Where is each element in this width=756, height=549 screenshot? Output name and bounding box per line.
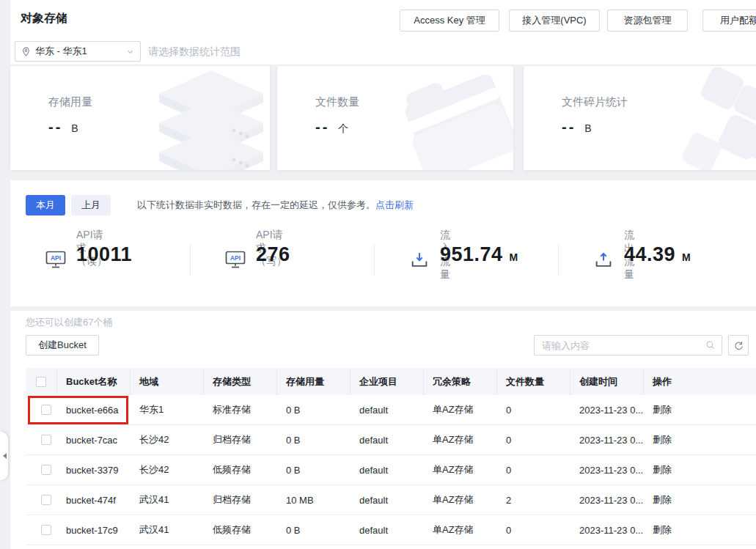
- row-checkbox[interactable]: [41, 525, 51, 535]
- bucket-created-time: 2023-11-23 0...: [570, 465, 644, 476]
- bucket-table: Bucket名称 地域 存储类型 存储用量 企业项目 冗余策略 文件数量 创建时…: [26, 368, 756, 545]
- bucket-usage: 0 B: [277, 405, 351, 416]
- row-checkbox[interactable]: [41, 435, 51, 445]
- bucket-redundancy: 单AZ存储: [424, 433, 497, 446]
- card-label: 存储用量: [48, 95, 92, 109]
- bucket-storage-type: 归档存储: [204, 493, 277, 506]
- page-title: 对象存储: [21, 11, 67, 26]
- bucket-storage-type: 低频存储: [204, 523, 277, 537]
- bucket-region: 华东1: [131, 403, 204, 416]
- svg-text:API: API: [51, 254, 61, 262]
- file-count-card: 文件数量 -- 个: [277, 66, 513, 170]
- table-row: bucket-474f 武汉41 归档存储 10 MB default 单AZ存…: [26, 485, 756, 515]
- sidebar-collapse-handle[interactable]: [0, 432, 8, 480]
- bucket-file-count: 0: [497, 435, 570, 446]
- search-input[interactable]: [534, 335, 722, 355]
- bucket-created-time: 2023-11-23 0...: [570, 495, 644, 506]
- delete-link[interactable]: 删除: [644, 523, 756, 537]
- metric-unit: M: [510, 251, 518, 263]
- col-actions: 操作: [644, 368, 756, 395]
- tab-last-month[interactable]: 上月: [71, 195, 111, 215]
- create-bucket-button[interactable]: 创建Bucket: [26, 335, 99, 355]
- bucket-region: 武汉41: [131, 493, 204, 506]
- col-file-count: 文件数量: [497, 368, 570, 395]
- file-fragment-card: 文件碎片统计 -- B: [524, 66, 756, 170]
- upload-icon: [593, 251, 612, 269]
- region-select-value: 华东 - 华东1: [35, 45, 126, 58]
- bucket-project: default: [351, 435, 424, 446]
- bucket-name-link[interactable]: bucket-3379: [57, 465, 131, 476]
- bucket-storage-type: 低频存储: [204, 463, 277, 476]
- storage-usage-card: 存储用量 -- B: [10, 66, 270, 170]
- location-pin-icon: [21, 47, 31, 56]
- bucket-name-link[interactable]: bucket-e66a: [57, 405, 131, 416]
- bucket-usage: 0 B: [277, 435, 351, 446]
- col-bucket-name: Bucket名称: [57, 368, 131, 395]
- bucket-redundancy: 单AZ存储: [424, 493, 497, 506]
- table-header-row: Bucket名称 地域 存储类型 存储用量 企业项目 冗余策略 文件数量 创建时…: [26, 368, 756, 395]
- bucket-list-panel: 您还可以创建67个桶 创建Bucket Bucket名称 地域 存储类型 存储用…: [10, 311, 756, 549]
- metric-value: 276: [256, 243, 290, 266]
- region-select[interactable]: 华东 - 华东1: [15, 41, 141, 62]
- bucket-storage-type: 归档存储: [204, 433, 277, 446]
- card-unit: B: [584, 122, 591, 134]
- table-row: bucket-17c9 武汉41 低频存储 0 B default 单AZ存储 …: [26, 515, 756, 545]
- delete-link[interactable]: 删除: [644, 463, 756, 476]
- metric-divider: [558, 245, 559, 276]
- bucket-name-link[interactable]: bucket-7cac: [57, 435, 131, 446]
- refresh-button[interactable]: [728, 335, 749, 355]
- card-value: --: [315, 119, 329, 136]
- table-row: bucket-3379 长沙42 低频存储 0 B default 单AZ存储 …: [26, 455, 756, 485]
- card-label: 文件数量: [315, 95, 359, 109]
- col-redundancy: 冗余策略: [424, 368, 497, 395]
- bucket-project: default: [351, 405, 424, 416]
- bucket-project: default: [351, 465, 424, 476]
- bucket-project: default: [351, 525, 424, 536]
- card-value: --: [48, 119, 62, 136]
- bucket-quota-hint: 您还可以创建67个桶: [26, 316, 112, 329]
- row-checkbox[interactable]: [41, 465, 51, 475]
- server-stack-illustration: [147, 66, 270, 170]
- bucket-name-link[interactable]: bucket-17c9: [57, 525, 131, 536]
- user-quota-button[interactable]: 用户配额: [702, 10, 756, 32]
- fragments-illustration: [643, 66, 756, 170]
- delete-link[interactable]: 删除: [644, 403, 756, 416]
- col-created-time: 创建时间: [570, 368, 644, 395]
- col-storage-type: 存储类型: [204, 368, 277, 395]
- tab-current-month[interactable]: 本月: [26, 195, 65, 215]
- svg-text:API: API: [230, 254, 241, 262]
- delete-link[interactable]: 删除: [644, 493, 756, 506]
- row-checkbox[interactable]: [41, 495, 51, 505]
- bucket-created-time: 2023-11-23 0...: [570, 525, 644, 536]
- metric-divider: [374, 245, 375, 276]
- api-monitor-icon: API: [225, 251, 246, 269]
- card-label: 文件碎片统计: [562, 95, 628, 109]
- bucket-usage: 0 B: [277, 465, 351, 476]
- table-row: bucket-e66a 华东1 标准存储 0 B default 单AZ存储 0…: [26, 395, 756, 425]
- bucket-redundancy: 单AZ存储: [424, 463, 497, 476]
- bucket-region: 武汉41: [131, 523, 204, 537]
- resource-pack-manage-button[interactable]: 资源包管理: [607, 10, 688, 32]
- bucket-created-time: 2023-11-23 0...: [570, 435, 644, 446]
- table-row: bucket-7cac 长沙42 归档存储 0 B default 单AZ存储 …: [26, 425, 756, 455]
- row-checkbox[interactable]: [41, 405, 51, 415]
- chevron-down-icon: [126, 48, 134, 56]
- bucket-name-link[interactable]: bucket-474f: [57, 495, 131, 506]
- bucket-region: 长沙42: [131, 433, 204, 446]
- refresh-now-link[interactable]: 点击刷新: [375, 199, 414, 210]
- metric-value: 10011: [76, 243, 132, 266]
- access-key-manage-button[interactable]: Access Key 管理: [400, 10, 499, 32]
- bucket-file-count: 2: [497, 495, 570, 506]
- region-hint-text: 请选择数据统计范围: [148, 45, 241, 59]
- api-monitor-icon: API: [45, 251, 66, 269]
- bucket-usage: 0 B: [277, 525, 351, 536]
- select-all-checkbox[interactable]: [36, 377, 46, 387]
- collapse-left-icon: [0, 453, 7, 459]
- stats-delay-note: 以下统计数据非实时数据，存在一定的延迟，仅供参考。点击刷新: [137, 199, 414, 212]
- delete-link[interactable]: 删除: [644, 433, 756, 446]
- col-region: 地域: [131, 368, 204, 395]
- object-storage-console: { "header": { "title": "对象存储", "buttons"…: [0, 0, 756, 549]
- search-icon[interactable]: [705, 340, 716, 350]
- vpc-access-manage-button[interactable]: 接入管理(VPC): [509, 10, 600, 32]
- metric-value: 951.74: [440, 243, 503, 266]
